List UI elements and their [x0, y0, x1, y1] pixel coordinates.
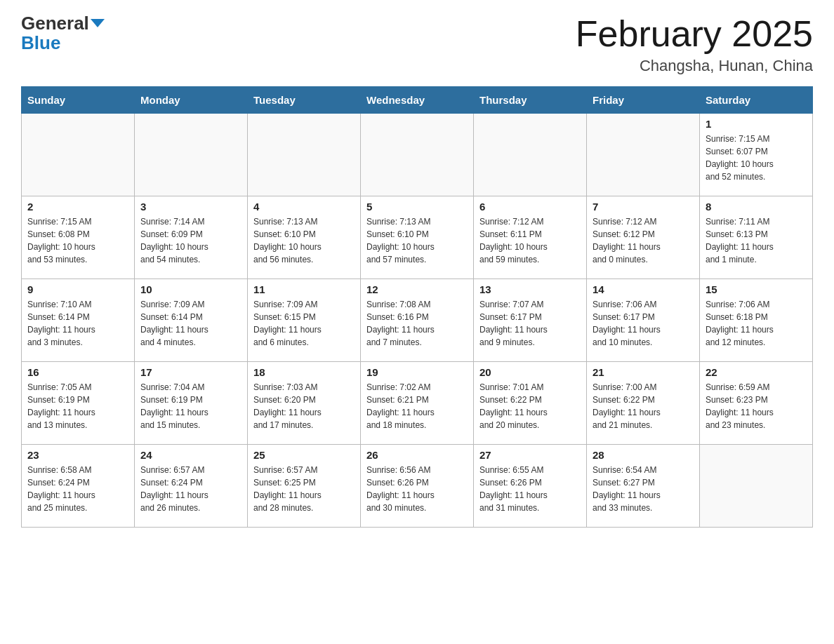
- day-info: Sunrise: 7:02 AMSunset: 6:21 PMDaylight:…: [366, 381, 468, 431]
- day-info: Sunrise: 7:01 AMSunset: 6:22 PMDaylight:…: [479, 381, 581, 431]
- header: General Blue February 2025 Changsha, Hun…: [21, 14, 813, 75]
- day-number: 26: [366, 449, 468, 461]
- day-info: Sunrise: 7:15 AMSunset: 6:08 PMDaylight:…: [27, 215, 128, 266]
- day-info: Sunrise: 7:08 AMSunset: 6:16 PMDaylight:…: [366, 298, 468, 349]
- day-info: Sunrise: 7:09 AMSunset: 6:15 PMDaylight:…: [253, 298, 355, 349]
- table-row: [361, 114, 474, 196]
- day-info: Sunrise: 7:06 AMSunset: 6:17 PMDaylight:…: [593, 298, 694, 349]
- table-row: [587, 114, 700, 196]
- title-area: February 2025 Changsha, Hunan, China: [576, 14, 813, 75]
- day-info: Sunrise: 7:09 AMSunset: 6:14 PMDaylight:…: [140, 298, 241, 349]
- day-number: 11: [253, 283, 355, 295]
- day-number: 4: [253, 201, 355, 213]
- weekday-header-row: Sunday Monday Tuesday Wednesday Thursday…: [22, 87, 813, 114]
- day-info: Sunrise: 7:12 AMSunset: 6:12 PMDaylight:…: [593, 215, 694, 266]
- table-row: 21Sunrise: 7:00 AMSunset: 6:22 PMDayligh…: [587, 362, 700, 445]
- table-row: 7Sunrise: 7:12 AMSunset: 6:12 PMDaylight…: [587, 196, 700, 279]
- day-info: Sunrise: 6:56 AMSunset: 6:26 PMDaylight:…: [366, 464, 468, 514]
- day-info: Sunrise: 7:13 AMSunset: 6:10 PMDaylight:…: [253, 215, 355, 266]
- table-row: 12Sunrise: 7:08 AMSunset: 6:16 PMDayligh…: [361, 279, 474, 362]
- day-number: 5: [366, 201, 468, 213]
- logo: General Blue: [21, 14, 105, 52]
- day-number: 14: [593, 283, 694, 295]
- day-info: Sunrise: 7:14 AMSunset: 6:09 PMDaylight:…: [140, 215, 241, 266]
- day-number: 15: [706, 283, 807, 295]
- day-info: Sunrise: 6:55 AMSunset: 6:26 PMDaylight:…: [479, 464, 581, 514]
- table-row: [248, 114, 361, 196]
- table-row: 8Sunrise: 7:11 AMSunset: 6:13 PMDaylight…: [700, 196, 813, 279]
- day-info: Sunrise: 7:15 AMSunset: 6:07 PMDaylight:…: [706, 133, 807, 183]
- header-thursday: Thursday: [474, 87, 587, 114]
- header-friday: Friday: [587, 87, 700, 114]
- day-number: 7: [593, 201, 694, 213]
- day-number: 16: [27, 366, 128, 378]
- calendar-week-row: 2Sunrise: 7:15 AMSunset: 6:08 PMDaylight…: [22, 196, 813, 279]
- table-row: 13Sunrise: 7:07 AMSunset: 6:17 PMDayligh…: [474, 279, 587, 362]
- header-monday: Monday: [135, 87, 248, 114]
- day-info: Sunrise: 7:03 AMSunset: 6:20 PMDaylight:…: [253, 381, 355, 431]
- day-number: 10: [140, 283, 241, 295]
- day-info: Sunrise: 7:13 AMSunset: 6:10 PMDaylight:…: [366, 215, 468, 266]
- day-number: 17: [140, 366, 241, 378]
- day-number: 27: [479, 449, 581, 461]
- day-number: 23: [27, 449, 128, 461]
- day-number: 19: [366, 366, 468, 378]
- day-number: 13: [479, 283, 581, 295]
- day-info: Sunrise: 7:06 AMSunset: 6:18 PMDaylight:…: [706, 298, 807, 349]
- day-info: Sunrise: 6:57 AMSunset: 6:25 PMDaylight:…: [253, 464, 355, 514]
- day-number: 2: [27, 201, 128, 213]
- table-row: 1Sunrise: 7:15 AMSunset: 6:07 PMDaylight…: [700, 114, 813, 196]
- day-number: 25: [253, 449, 355, 461]
- day-number: 8: [706, 201, 807, 213]
- day-number: 12: [366, 283, 468, 295]
- day-number: 1: [706, 118, 807, 130]
- day-info: Sunrise: 6:54 AMSunset: 6:27 PMDaylight:…: [593, 464, 694, 514]
- day-number: 18: [253, 366, 355, 378]
- table-row: 17Sunrise: 7:04 AMSunset: 6:19 PMDayligh…: [135, 362, 248, 445]
- day-number: 28: [593, 449, 694, 461]
- table-row: 6Sunrise: 7:12 AMSunset: 6:11 PMDaylight…: [474, 196, 587, 279]
- day-info: Sunrise: 6:59 AMSunset: 6:23 PMDaylight:…: [706, 381, 807, 431]
- day-info: Sunrise: 6:58 AMSunset: 6:24 PMDaylight:…: [27, 464, 128, 514]
- day-info: Sunrise: 7:00 AMSunset: 6:22 PMDaylight:…: [593, 381, 694, 431]
- day-number: 6: [479, 201, 581, 213]
- table-row: 15Sunrise: 7:06 AMSunset: 6:18 PMDayligh…: [700, 279, 813, 362]
- table-row: 25Sunrise: 6:57 AMSunset: 6:25 PMDayligh…: [248, 445, 361, 528]
- calendar-week-row: 23Sunrise: 6:58 AMSunset: 6:24 PMDayligh…: [22, 445, 813, 528]
- table-row: 23Sunrise: 6:58 AMSunset: 6:24 PMDayligh…: [22, 445, 135, 528]
- logo-text-general: General: [21, 14, 89, 32]
- calendar-subtitle: Changsha, Hunan, China: [576, 57, 813, 75]
- header-tuesday: Tuesday: [248, 87, 361, 114]
- header-saturday: Saturday: [700, 87, 813, 114]
- table-row: 26Sunrise: 6:56 AMSunset: 6:26 PMDayligh…: [361, 445, 474, 528]
- day-info: Sunrise: 7:04 AMSunset: 6:19 PMDaylight:…: [140, 381, 241, 431]
- day-number: 24: [140, 449, 241, 461]
- table-row: 4Sunrise: 7:13 AMSunset: 6:10 PMDaylight…: [248, 196, 361, 279]
- table-row: 10Sunrise: 7:09 AMSunset: 6:14 PMDayligh…: [135, 279, 248, 362]
- calendar-week-row: 9Sunrise: 7:10 AMSunset: 6:14 PMDaylight…: [22, 279, 813, 362]
- table-row: 24Sunrise: 6:57 AMSunset: 6:24 PMDayligh…: [135, 445, 248, 528]
- day-number: 20: [479, 366, 581, 378]
- logo-arrow-icon: [91, 19, 105, 27]
- day-info: Sunrise: 7:07 AMSunset: 6:17 PMDaylight:…: [479, 298, 581, 349]
- table-row: 22Sunrise: 6:59 AMSunset: 6:23 PMDayligh…: [700, 362, 813, 445]
- table-row: 20Sunrise: 7:01 AMSunset: 6:22 PMDayligh…: [474, 362, 587, 445]
- table-row: 28Sunrise: 6:54 AMSunset: 6:27 PMDayligh…: [587, 445, 700, 528]
- day-number: 21: [593, 366, 694, 378]
- header-sunday: Sunday: [22, 87, 135, 114]
- day-info: Sunrise: 7:11 AMSunset: 6:13 PMDaylight:…: [706, 215, 807, 266]
- table-row: 2Sunrise: 7:15 AMSunset: 6:08 PMDaylight…: [22, 196, 135, 279]
- table-row: 19Sunrise: 7:02 AMSunset: 6:21 PMDayligh…: [361, 362, 474, 445]
- table-row: 18Sunrise: 7:03 AMSunset: 6:20 PMDayligh…: [248, 362, 361, 445]
- table-row: [135, 114, 248, 196]
- day-info: Sunrise: 7:10 AMSunset: 6:14 PMDaylight:…: [27, 298, 128, 349]
- table-row: [474, 114, 587, 196]
- table-row: 5Sunrise: 7:13 AMSunset: 6:10 PMDaylight…: [361, 196, 474, 279]
- calendar-title: February 2025: [576, 14, 813, 54]
- table-row: 16Sunrise: 7:05 AMSunset: 6:19 PMDayligh…: [22, 362, 135, 445]
- logo-text-blue: Blue: [21, 34, 60, 52]
- day-number: 9: [27, 283, 128, 295]
- calendar-week-row: 16Sunrise: 7:05 AMSunset: 6:19 PMDayligh…: [22, 362, 813, 445]
- day-number: 22: [706, 366, 807, 378]
- day-info: Sunrise: 6:57 AMSunset: 6:24 PMDaylight:…: [140, 464, 241, 514]
